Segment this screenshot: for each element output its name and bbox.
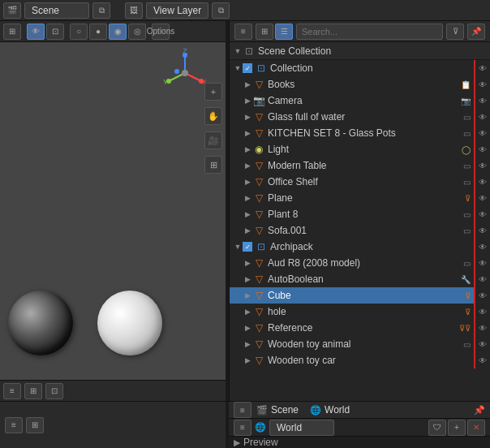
outliner-row-main-modern_table[interactable]: ▶▽Modern Table▭ — [230, 157, 474, 174]
row-eye-toggle[interactable]: 👁 — [474, 287, 490, 304]
row-eye-toggle[interactable]: 👁 — [474, 60, 490, 76]
outliner-pin-btn[interactable]: 📌 — [467, 24, 485, 40]
row-expand-arrow[interactable]: ▶ — [243, 271, 252, 287]
row-eye-toggle[interactable]: 👁 — [474, 255, 490, 271]
outliner-row-main-audr8[interactable]: ▶▽Aud R8 (2008 model)▭ — [230, 255, 474, 271]
row-eye-toggle[interactable]: 👁 — [474, 320, 490, 336]
row-expand-arrow[interactable]: ▶ — [243, 190, 252, 206]
scene-world-menu[interactable]: ≡ — [234, 402, 251, 418]
row-eye-toggle[interactable]: 👁 — [474, 76, 490, 93]
row-expand-arrow[interactable]: ▶ — [243, 141, 252, 157]
outliner-row-main-sofa001[interactable]: ▶▽Sofa.001▭ — [230, 222, 474, 239]
row-expand-arrow[interactable]: ▶ — [243, 93, 252, 109]
row-expand-arrow[interactable]: ▶ — [243, 174, 252, 190]
row-eye-toggle[interactable]: 👁 — [474, 352, 490, 368]
outliner-row-main-reference[interactable]: ▶▽Reference⊽⊽ — [230, 320, 474, 336]
outliner-menu-btn[interactable]: ≡ — [234, 24, 252, 40]
scene-collection-arrow[interactable]: ▼ — [233, 43, 243, 59]
camera-tool-btn[interactable]: 🎥 — [204, 131, 222, 149]
row-expand-arrow[interactable]: ▶ — [243, 76, 252, 93]
row-eye-toggle[interactable]: 👁 — [474, 239, 490, 255]
footer-menu-btn[interactable]: ≡ — [3, 383, 21, 399]
row-eye-toggle[interactable]: 👁 — [474, 304, 490, 320]
footer-icon3[interactable]: ⊡ — [45, 383, 63, 399]
scene-icon-btn[interactable]: 🎬 — [3, 2, 21, 19]
scene-name-label[interactable]: Scene — [24, 2, 89, 19]
bottom-icon2[interactable]: ⊞ — [26, 417, 44, 433]
outliner-row-main-archipack[interactable]: ▼⊡Archipack — [230, 239, 474, 255]
move-tool-btn[interactable]: ✋ — [204, 107, 222, 125]
row-expand-arrow[interactable]: ▶ — [243, 222, 252, 239]
editor-type-btn[interactable]: ⊞ — [3, 24, 21, 40]
outliner-row-main-light[interactable]: ▶◉Light◯ — [230, 141, 474, 157]
row-eye-toggle[interactable]: 👁 — [474, 336, 490, 352]
outliner-row-main-cube[interactable]: ▶▽Cube⊽ — [230, 287, 474, 304]
grid-tool-btn[interactable]: ⊞ — [204, 156, 222, 174]
row-eye-toggle[interactable]: 👁 — [474, 125, 490, 141]
outliner-row-main-plane[interactable]: ▶▽Plane⊽ — [230, 190, 474, 206]
row-eye-toggle[interactable]: 👁 — [474, 141, 490, 157]
outliner-row-main-wooden_car[interactable]: ▶▽Wooden toy car — [230, 352, 474, 368]
wireframe-btn[interactable]: ○ — [70, 24, 88, 40]
row-expand-arrow[interactable]: ▶ — [243, 336, 252, 352]
footer-icon2[interactable]: ⊞ — [24, 383, 42, 399]
row-expand-arrow[interactable]: ▶ — [243, 255, 252, 271]
world-label[interactable]: World — [325, 404, 350, 416]
outliner-row-main-hole[interactable]: ▶▽hole⊽ — [230, 304, 474, 320]
row-eye-toggle[interactable]: 👁 — [474, 222, 490, 239]
outliner-row-main-glass_full[interactable]: ▶▽Glass full of water▭ — [230, 109, 474, 125]
row-checkbox[interactable] — [243, 242, 252, 252]
bottom-menu-btn[interactable]: ≡ — [5, 417, 23, 433]
row-checkbox[interactable] — [243, 63, 252, 73]
material-btn[interactable]: ◉ — [109, 24, 127, 40]
outliner-filter-btn[interactable]: ⊽ — [446, 24, 464, 40]
row-expand-arrow[interactable]: ▼ — [233, 239, 243, 255]
row-expand-arrow[interactable]: ▶ — [243, 352, 252, 368]
row-eye-toggle[interactable]: 👁 — [474, 271, 490, 287]
outliner-view-btn[interactable]: ⊞ — [256, 24, 273, 40]
row-expand-arrow[interactable]: ▶ — [243, 157, 252, 174]
row-expand-arrow[interactable]: ▶ — [243, 125, 252, 141]
view-layer-icon-btn[interactable]: 🖼 — [125, 2, 143, 19]
row-eye-toggle[interactable]: 👁 — [474, 109, 490, 125]
props-world-label[interactable]: World — [269, 420, 334, 436]
row-eye-toggle[interactable]: 👁 — [474, 157, 490, 174]
outliner-row-main-autoboolean[interactable]: ▶▽AutoBoolean🔧 — [230, 271, 474, 287]
row-expand-arrow[interactable]: ▶ — [243, 206, 252, 222]
scene-label[interactable]: Scene — [271, 404, 299, 416]
row-eye-toggle[interactable]: 👁 — [474, 190, 490, 206]
pin-icon[interactable]: 📌 — [474, 405, 485, 416]
new-icon[interactable]: + — [448, 420, 466, 436]
scene-copy-btn[interactable]: ⧉ — [92, 2, 110, 19]
row-expand-arrow[interactable]: ▼ — [233, 60, 243, 76]
outliner-row-main-books[interactable]: ▶▽Books📋 — [230, 76, 474, 93]
row-eye-toggle[interactable]: 👁 — [474, 93, 490, 109]
outliner-row-main-collection[interactable]: ▼⊡Collection — [230, 60, 474, 76]
row-expand-arrow[interactable]: ▶ — [243, 287, 252, 304]
outliner-row-main-wooden_toy[interactable]: ▶▽Wooden toy animal▭ — [230, 336, 474, 352]
outliner-row-main-office_shelf[interactable]: ▶▽Office Shelf▭ — [230, 174, 474, 190]
row-expand-arrow[interactable]: ▶ — [243, 320, 252, 336]
row-eye-toggle[interactable]: 👁 — [474, 206, 490, 222]
view-layer-copy-btn[interactable]: ⧉ — [212, 2, 230, 19]
outliner-row-main-plant8[interactable]: ▶▽Plant 8▭ — [230, 206, 474, 222]
row-type-icon: ▽ — [252, 256, 265, 269]
add-tool-btn[interactable]: + — [204, 83, 222, 101]
outliner-search-input[interactable] — [296, 24, 443, 40]
preview-arrow[interactable]: ▶ — [234, 437, 240, 448]
props-menu-btn[interactable]: ≡ — [234, 420, 251, 436]
view-layer-label[interactable]: View Layer — [146, 2, 208, 19]
row-eye-toggle[interactable]: 👁 — [474, 174, 490, 190]
row-expand-arrow[interactable]: ▶ — [243, 304, 252, 320]
close-btn[interactable]: ✕ — [467, 420, 485, 436]
solid-btn[interactable]: ● — [89, 24, 107, 40]
outliner-list-btn[interactable]: ☰ — [275, 24, 293, 40]
outliner-row-main-kitchen[interactable]: ▶▽KITCHEN SET 8 - Glass Pots▭ — [230, 125, 474, 141]
options-btn[interactable]: Options — [152, 24, 170, 40]
perspective-btn[interactable]: ⊡ — [46, 24, 64, 40]
view-mode-btn[interactable]: 👁 — [27, 24, 45, 40]
outliner-row-main-camera[interactable]: ▶📷Camera📷 — [230, 93, 474, 109]
row-expand-arrow[interactable]: ▶ — [243, 109, 252, 125]
restrict-icon[interactable]: 🛡 — [428, 420, 446, 436]
render-btn[interactable]: ◎ — [128, 24, 146, 40]
